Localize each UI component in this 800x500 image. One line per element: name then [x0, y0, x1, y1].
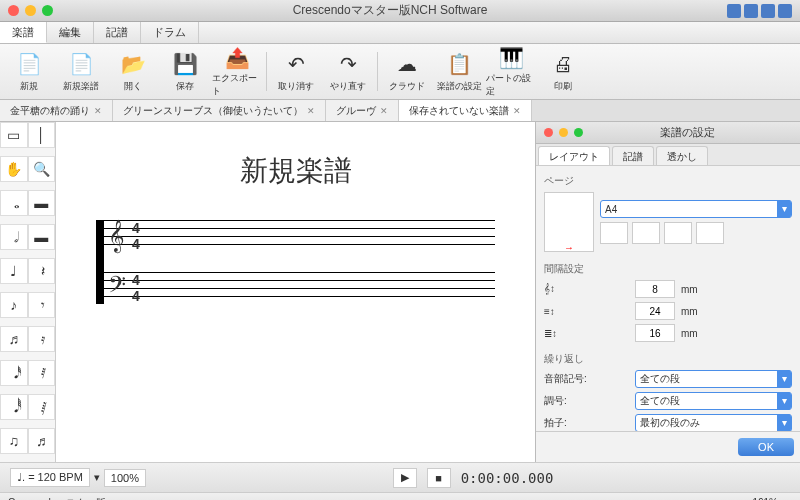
bass-staff[interactable]: 𝄢 44 [104, 272, 495, 304]
whole-note-tool[interactable]: 𝅝 [0, 190, 28, 216]
undo-icon: ↶ [282, 50, 310, 78]
zoom-tool[interactable]: 🔍 [28, 156, 56, 182]
zoom-control[interactable]: − 161% ＋ [743, 496, 792, 501]
treble-staff[interactable]: 𝄞 44 [104, 220, 495, 252]
titlebar: Crescendoマスター版NCH Software [0, 0, 800, 22]
spacing-input-3[interactable] [635, 324, 675, 342]
minimize-icon[interactable] [25, 5, 36, 16]
panel-body: ページ A4 間隔設定 𝄞↕mm [536, 166, 800, 431]
tab-drum[interactable]: ドラム [141, 22, 199, 43]
save-button[interactable]: 💾保存 [160, 48, 210, 95]
orient-3-icon[interactable] [664, 222, 692, 244]
thirtysecond-rest-tool[interactable]: 𝅀 [28, 360, 56, 386]
timesig-repeat-select[interactable]: 最初の段のみ [635, 414, 792, 431]
close-icon[interactable]: ✕ [94, 106, 102, 116]
tab-score[interactable]: 楽譜 [0, 22, 47, 43]
score-settings-button[interactable]: 📋楽譜の設定 [434, 48, 484, 95]
cloud-button[interactable]: ☁クラウド [382, 48, 432, 95]
half-note-tool[interactable]: 𝅗𝅥 [0, 224, 28, 250]
dropdown-icon[interactable]: ▾ [94, 471, 100, 484]
section-repeat: 繰り返し [544, 352, 792, 366]
redo-button[interactable]: ↷やり直す [323, 48, 373, 95]
tool-palette: ▭ │ ✋ 🔍 𝅝 ▬ 𝅗𝅥 ▬ ♩ 𝄽 ♪ 𝄾 ♬ 𝄿 𝅘𝅥𝅰 𝅀 𝅘𝅥𝅱 𝅁… [0, 122, 56, 462]
eighth-rest-tool[interactable]: 𝄾 [28, 292, 56, 318]
cloud-icon: ☁ [393, 50, 421, 78]
tab-watermark[interactable]: 透かし [656, 146, 708, 165]
part-settings-button[interactable]: 🎹パートの設定 [486, 48, 536, 95]
settings-panel: 楽譜の設定 レイアウト 記譜 透かし ページ A4 [535, 122, 800, 462]
status-bar: Crescendoマスター版 − 161% ＋ [0, 492, 800, 500]
sixteenth-rest-tool[interactable]: 𝄿 [28, 326, 56, 352]
panel-footer: OK [536, 431, 800, 462]
close-icon[interactable]: ✕ [380, 106, 388, 116]
doc-tab[interactable]: グルーヴ✕ [326, 100, 399, 121]
toolbar: 📄新規 📄新規楽譜 📂開く 💾保存 📤エクスポート ↶取り消す ↷やり直す ☁ク… [0, 44, 800, 100]
orient-4-icon[interactable] [696, 222, 724, 244]
pagesize-select[interactable]: A4 [600, 200, 792, 218]
sixtyfourth-note-tool[interactable]: 𝅘𝅥𝅱 [0, 394, 28, 420]
panel-titlebar: 楽譜の設定 [536, 122, 800, 144]
selection-tool[interactable]: ▭ [0, 122, 28, 148]
panel-window-controls[interactable] [544, 128, 583, 137]
undo-button[interactable]: ↶取り消す [271, 48, 321, 95]
export-icon: 📤 [223, 46, 251, 70]
open-button[interactable]: 📂開く [108, 48, 158, 95]
thirtysecond-note-tool[interactable]: 𝅘𝅥𝅰 [0, 360, 28, 386]
tab-notation[interactable]: 記譜 [94, 22, 141, 43]
beam-tool[interactable]: ♫ [0, 428, 28, 454]
sixteenth-note-tool[interactable]: ♬ [0, 326, 28, 352]
time-signature: 44 [132, 272, 140, 304]
tab-layout[interactable]: レイアウト [538, 146, 610, 165]
clef-repeat-select[interactable]: 全ての段 [635, 370, 792, 388]
app-title: Crescendoマスター版NCH Software [53, 2, 727, 19]
panel-title: 楽譜の設定 [583, 125, 792, 140]
whole-rest-tool[interactable]: ▬ [28, 190, 56, 216]
save-icon: 💾 [171, 50, 199, 78]
status-app: Crescendoマスター版 [8, 496, 106, 501]
close-icon[interactable] [8, 5, 19, 16]
stop-button[interactable]: ■ [427, 468, 451, 488]
staff-spacing-icon-2: ≣↕ [544, 328, 629, 339]
beam-tool-2[interactable]: ♬ [28, 428, 56, 454]
doc-tab[interactable]: 保存されていない楽譜✕ [399, 100, 532, 121]
zoom-icon[interactable] [42, 5, 53, 16]
menu-tabs: 楽譜 編集 記譜 ドラム [0, 22, 800, 44]
page-thumbnail[interactable] [544, 192, 594, 252]
new-score-button[interactable]: 📄新規楽譜 [56, 48, 106, 95]
export-button[interactable]: 📤エクスポート [212, 48, 262, 95]
window-controls[interactable] [8, 5, 53, 16]
treble-clef-icon: 𝄞 [108, 220, 125, 252]
eighth-note-tool[interactable]: ♪ [0, 292, 28, 318]
new-button[interactable]: 📄新規 [4, 48, 54, 95]
panel-tabs: レイアウト 記譜 透かし [536, 144, 800, 166]
bass-clef-icon: 𝄢 [108, 272, 126, 304]
playback-bar: ♩. = 120 BPM ▾ 100% ▶ ■ 0:00:00.000 [0, 462, 800, 492]
orient-portrait-icon[interactable] [600, 222, 628, 244]
play-button[interactable]: ▶ [393, 468, 417, 488]
close-icon[interactable]: ✕ [307, 106, 315, 116]
staff-spacing-icon: 𝄞↕ [544, 283, 629, 295]
spacing-input-2[interactable] [635, 302, 675, 320]
tab-notation[interactable]: 記譜 [612, 146, 654, 165]
doc-tab[interactable]: 金平糖の精の踊り✕ [0, 100, 113, 121]
keysig-repeat-select[interactable]: 全ての段 [635, 392, 792, 410]
sixtyfourth-rest-tool[interactable]: 𝅁 [28, 394, 56, 420]
quarter-rest-tool[interactable]: 𝄽 [28, 258, 56, 284]
quarter-note-tool[interactable]: ♩ [0, 258, 28, 284]
spacing-input-1[interactable] [635, 280, 675, 298]
half-rest-tool[interactable]: ▬ [28, 224, 56, 250]
orient-landscape-icon[interactable] [632, 222, 660, 244]
barline-tool[interactable]: │ [28, 122, 56, 148]
redo-icon: ↷ [334, 50, 362, 78]
score-canvas[interactable]: 新規楽譜 𝄞 44 𝄢 44 [56, 122, 535, 462]
tab-edit[interactable]: 編集 [47, 22, 94, 43]
document-tabs: 金平糖の精の踊り✕ グリーンスリーブス（御使いうたいて）✕ グルーヴ✕ 保存され… [0, 100, 800, 122]
tempo-control[interactable]: ♩. = 120 BPM ▾ 100% [10, 468, 146, 487]
zoom-in-icon[interactable]: ＋ [782, 496, 792, 501]
doc-tab[interactable]: グリーンスリーブス（御使いうたいて）✕ [113, 100, 326, 121]
hand-tool[interactable]: ✋ [0, 156, 28, 182]
close-icon[interactable]: ✕ [513, 106, 521, 116]
social-links[interactable] [727, 4, 792, 18]
ok-button[interactable]: OK [738, 438, 794, 456]
print-button[interactable]: 🖨印刷 [538, 48, 588, 95]
